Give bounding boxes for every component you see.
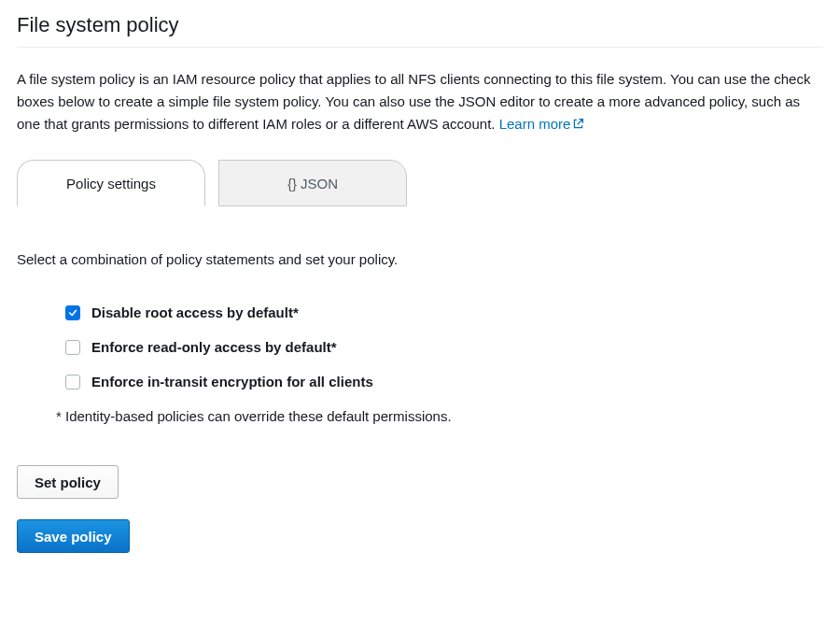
tab-json[interactable]: {} JSON [218, 160, 407, 206]
option-read-only: Enforce read-only access by default* [65, 339, 823, 355]
external-link-icon [572, 118, 584, 130]
option-in-transit-encryption: Enforce in-transit encryption for all cl… [65, 374, 823, 389]
option-label[interactable]: Disable root access by default* [91, 304, 299, 320]
tab-label: {} JSON [287, 176, 338, 191]
divider [17, 47, 823, 48]
save-policy-row: Save policy [17, 519, 823, 553]
page-title: File system policy [17, 13, 823, 47]
set-policy-button[interactable]: Set policy [17, 465, 119, 499]
option-disable-root: Disable root access by default* [65, 304, 823, 320]
checkbox-in-transit-encryption[interactable] [65, 375, 80, 389]
description-text: A file system policy is an IAM resource … [17, 68, 823, 135]
learn-more-link[interactable]: Learn more [499, 116, 585, 132]
checkbox-disable-root[interactable] [65, 305, 80, 320]
policy-options: Disable root access by default* Enforce … [17, 304, 823, 389]
option-label[interactable]: Enforce read-only access by default* [91, 339, 337, 355]
instructions-text: Select a combination of policy statement… [17, 251, 823, 267]
tab-bar: Policy settings {} JSON [17, 160, 823, 206]
save-policy-button[interactable]: Save policy [17, 519, 130, 553]
checkbox-read-only[interactable] [65, 340, 80, 355]
set-policy-row: Set policy [17, 465, 823, 499]
option-label[interactable]: Enforce in-transit encryption for all cl… [91, 374, 373, 389]
tab-policy-settings[interactable]: Policy settings [17, 160, 205, 206]
tab-label: Policy settings [66, 176, 156, 191]
description-body: A file system policy is an IAM resource … [17, 71, 810, 132]
checkmark-icon [68, 308, 77, 318]
footnote-text: * Identity-based policies can override t… [17, 408, 823, 424]
